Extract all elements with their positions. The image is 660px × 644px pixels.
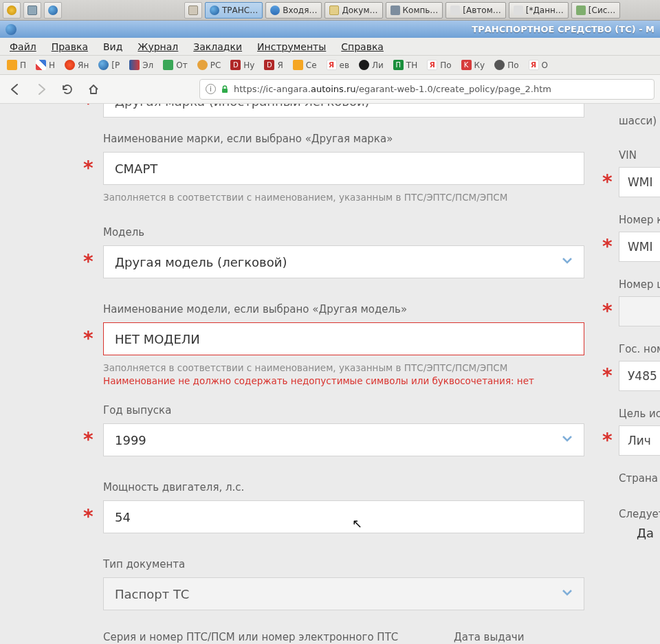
bookmark-item[interactable]: РС	[195, 58, 224, 71]
body-number-input[interactable]: WMI	[619, 232, 660, 262]
required-mark: *	[602, 431, 619, 450]
year-row: * 1999	[80, 423, 584, 456]
required-mark: *	[602, 237, 619, 256]
purpose-label: Цель ис	[602, 408, 660, 420]
menu-view[interactable]: Вид	[103, 41, 122, 52]
arrow-left-icon	[8, 82, 22, 96]
start-app-4[interactable]	[184, 2, 202, 19]
plate-label: Гос. ном	[602, 343, 660, 355]
task-item[interactable]: [Сис…	[571, 2, 620, 19]
menu-edit[interactable]: Правка	[52, 41, 88, 52]
browser-navbar: i https://ic-angara.autoins.ru/egarant-w…	[0, 75, 660, 104]
svg-rect-0	[222, 89, 228, 93]
bookmark-item[interactable]: Н	[33, 58, 58, 71]
start-app-2[interactable]	[23, 2, 41, 19]
required-mark: *	[83, 430, 100, 449]
url-text: https://ic-angara.autoins.ru/egarant-web…	[234, 84, 551, 94]
power-label: Мощность двигателя, л.с.	[103, 481, 584, 493]
bookmark-item[interactable]: Эл	[126, 58, 156, 71]
bookmark-item[interactable]: ЯО	[526, 58, 551, 71]
model-label: Модель	[103, 226, 584, 238]
start-app-3[interactable]	[44, 2, 62, 19]
bookmark-item[interactable]: От	[160, 58, 190, 71]
task-item[interactable]: Входя…	[265, 2, 322, 19]
chevron-down-icon	[561, 586, 573, 601]
bookmark-item[interactable]: Яев	[324, 58, 352, 71]
task-item[interactable]: Докум…	[324, 2, 382, 19]
model-select[interactable]: Другая модель (легковой)	[103, 245, 584, 278]
country-label: Страна р	[602, 472, 660, 485]
os-taskbar: ТРАНС… Входя… Докум… Компь… [Автом… [*Да…	[0, 0, 660, 21]
task-item[interactable]: ТРАНС…	[205, 2, 263, 19]
menu-history[interactable]: Журнал	[138, 41, 178, 52]
back-button[interactable]	[6, 80, 25, 99]
model-name-error: Наименование не должно содержать недопус…	[103, 375, 584, 386]
vin-input[interactable]: WMI	[619, 167, 660, 197]
model-name-input[interactable]: НЕТ МОДЕЛИ	[103, 322, 584, 355]
menu-tools[interactable]: Инструменты	[257, 41, 326, 52]
doc-type-label: Тип документа	[103, 558, 584, 570]
bookmark-item[interactable]: П	[4, 58, 29, 71]
side-column: шасси) VIN * WMI Номер к * WMI Номер ш *…	[602, 104, 660, 546]
task-item[interactable]: [Автом…	[446, 2, 505, 19]
window-title: ТРАНСПОРТНОЕ СРЕДСТВО (ТС) - M	[472, 24, 654, 34]
bookmark-item[interactable]: Се	[290, 58, 320, 71]
model-name-label: Наименование модели, если выбрано «Друга…	[103, 303, 584, 315]
bookmark-item[interactable]: ЯПо	[424, 58, 454, 71]
menu-bookmarks[interactable]: Закладки	[193, 41, 242, 52]
year-select[interactable]: 1999	[103, 423, 584, 456]
doc-type-row: Паспорт ТС	[80, 577, 584, 610]
chassis-number-label: Номер ш	[602, 278, 660, 291]
start-app-1[interactable]	[3, 2, 21, 19]
bookmark-item[interactable]: Ли	[356, 58, 386, 71]
model-name-row: * НЕТ МОДЕЛИ	[80, 322, 584, 355]
bookmark-item[interactable]: ПТН	[390, 58, 420, 71]
task-item[interactable]: Компь…	[386, 2, 443, 19]
bookmark-item[interactable]: KКу	[459, 58, 488, 71]
date-issued-label: Дата выдачи	[454, 631, 524, 643]
chassis-number-input[interactable]	[619, 296, 660, 326]
required-mark: *	[83, 252, 100, 271]
follow-label: Следует	[602, 508, 660, 520]
browser-menu: Файл Правка Вид Журнал Закладки Инструме…	[0, 38, 660, 56]
menu-file[interactable]: Файл	[10, 41, 36, 52]
bookmark-item[interactable]: DЯ	[261, 58, 285, 71]
brand-select[interactable]: Другая марка (иностранный легковой)	[103, 104, 584, 118]
power-row: * 54	[80, 500, 584, 533]
model-name-hint: Заполняется в соответствии с наименовани…	[103, 362, 584, 373]
required-mark: *	[83, 159, 100, 178]
series-label: Серия и номер ПТС/ПСМ или номер электрон…	[103, 631, 426, 643]
bookmarks-bar: П Н Ян [Р Эл От РС DНу DЯ Се Яев Ли ПТН …	[0, 56, 660, 75]
purpose-select[interactable]: Лич	[619, 425, 660, 456]
app-icon	[6, 24, 16, 35]
home-icon	[87, 83, 100, 96]
home-button[interactable]	[84, 80, 103, 99]
brand-select-row: * Другая марка (иностранный легковой)	[80, 104, 584, 118]
brand-name-input[interactable]: СМАРТ	[103, 152, 584, 185]
menu-help[interactable]: Справка	[341, 41, 384, 52]
doc-type-select[interactable]: Паспорт ТС	[103, 577, 584, 610]
brand-name-hint: Заполняется в соответствии с наименовани…	[103, 192, 584, 203]
brand-name-label: Наименование марки, если выбрано «Другая…	[103, 133, 584, 145]
task-item[interactable]: [*Данн…	[509, 2, 569, 19]
forward-button[interactable]	[32, 80, 51, 99]
bookmark-item[interactable]: По	[492, 58, 521, 71]
site-info-icon[interactable]: i	[206, 84, 216, 94]
bookmark-item[interactable]: DНу	[228, 58, 257, 71]
address-bar[interactable]: i https://ic-angara.autoins.ru/egarant-w…	[199, 79, 654, 100]
chevron-down-icon	[561, 432, 573, 447]
required-mark: *	[602, 173, 619, 192]
body-number-label: Номер к	[602, 214, 660, 226]
plate-input[interactable]: У485	[619, 361, 660, 391]
reload-button[interactable]	[58, 80, 77, 99]
page-content: * Другая марка (иностранный легковой) На…	[0, 104, 660, 644]
vin-label: VIN	[602, 149, 660, 162]
arrow-right-icon	[34, 82, 48, 96]
reload-icon	[61, 83, 74, 96]
chevron-down-icon	[561, 254, 573, 269]
year-label: Год выпуска	[103, 404, 584, 417]
bookmark-item[interactable]: [Р	[96, 58, 122, 71]
bookmark-item[interactable]: Ян	[62, 58, 91, 71]
chevron-down-icon	[560, 104, 573, 109]
power-input[interactable]: 54	[103, 500, 584, 533]
